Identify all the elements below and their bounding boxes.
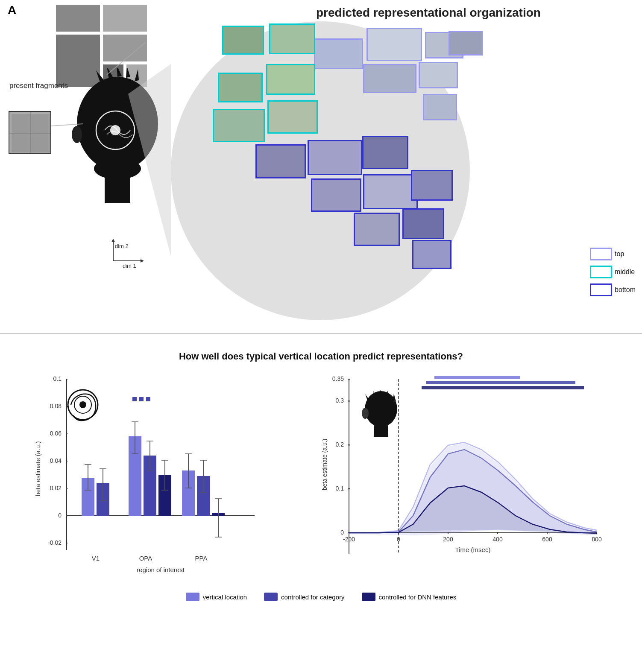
svg-text:dim 1: dim 1	[123, 263, 136, 269]
svg-text:200: 200	[443, 536, 454, 543]
svg-marker-27	[141, 259, 144, 263]
brain-silhouette	[66, 68, 173, 205]
svg-text:0.08: 0.08	[50, 403, 62, 409]
thumb-bot-9	[412, 240, 451, 269]
thumb-top-7	[423, 94, 457, 120]
thumb-bot-5	[363, 174, 418, 209]
dim-axes: dim 2 dim 1	[109, 235, 147, 271]
legend-bottom-box	[590, 283, 612, 296]
svg-text:0: 0	[397, 536, 400, 543]
svg-point-119	[362, 408, 369, 419]
legend-controlled-category: controlled for category	[264, 593, 344, 601]
svg-text:0.02: 0.02	[50, 485, 62, 491]
legend-vertical-location: vertical location	[186, 593, 247, 601]
legend-swatch-1	[186, 593, 199, 601]
legend-controlled-dnn: controlled for DNN features	[362, 593, 457, 601]
legend-row: vertical location controlled for categor…	[0, 593, 642, 605]
thumb-bot-1	[255, 144, 306, 178]
timeseries-svg: 0.35 0.3 0.2 0.1 0 beta estimate (a.u.)	[319, 371, 610, 584]
svg-rect-113	[374, 424, 388, 437]
thumb-mid-1	[218, 73, 263, 102]
legend-swatch-2	[264, 593, 278, 601]
svg-rect-110	[426, 381, 575, 384]
svg-marker-14	[107, 68, 113, 79]
svg-text:-0.02: -0.02	[48, 539, 62, 546]
svg-point-19	[110, 125, 120, 135]
thumb-top-2	[366, 28, 422, 61]
legend-area: top middle bottom	[590, 248, 636, 296]
legend-middle: middle	[590, 266, 636, 278]
svg-rect-109	[434, 376, 520, 379]
svg-text:0.1: 0.1	[53, 375, 62, 382]
svg-text:600: 600	[542, 536, 553, 543]
thumb-mid-5	[222, 26, 264, 55]
svg-text:0.06: 0.06	[50, 430, 62, 437]
svg-text:-200: -200	[343, 536, 355, 543]
svg-text:0: 0	[340, 529, 344, 536]
svg-text:0.35: 0.35	[332, 375, 344, 382]
legend-swatch-3	[362, 593, 375, 601]
svg-rect-0	[56, 4, 100, 32]
thumb-top-5	[363, 64, 416, 93]
svg-text:0.1: 0.1	[336, 485, 344, 492]
svg-text:OPA: OPA	[139, 555, 152, 562]
svg-text:Time (msec): Time (msec)	[455, 546, 491, 553]
panel-a: A present fragments	[0, 0, 642, 333]
svg-marker-25	[111, 239, 115, 242]
charts-row: 0.1 0.08 0.06 0.04 0.02 0 -0.02	[0, 371, 642, 584]
svg-text:0.04: 0.04	[50, 457, 62, 464]
fragments-label: present fragments	[9, 81, 68, 91]
svg-marker-16	[126, 68, 130, 78]
thumb-mid-4	[213, 109, 265, 142]
thumb-bot-7	[354, 213, 400, 246]
svg-text:800: 800	[592, 536, 602, 543]
svg-rect-2	[103, 34, 147, 62]
svg-text:400: 400	[493, 536, 503, 543]
thumb-mid-6	[269, 23, 315, 54]
legend-label-3: controlled for DNN features	[379, 593, 457, 601]
predicted-label: predicted representational organization	[316, 5, 541, 20]
svg-marker-13	[96, 70, 105, 83]
legend-bottom-text: bottom	[615, 286, 636, 294]
thumb-top-4	[449, 31, 483, 56]
svg-marker-17	[135, 69, 139, 81]
svg-point-12	[94, 158, 141, 179]
thumb-bot-4	[311, 178, 361, 212]
legend-bottom: bottom	[590, 283, 636, 296]
thumb-top-1	[314, 38, 363, 69]
svg-point-10	[77, 77, 158, 171]
bar-chart-svg: 0.1 0.08 0.06 0.04 0.02 0 -0.02	[32, 371, 280, 584]
thumb-mid-2	[266, 64, 315, 95]
timeseries-chart: 0.35 0.3 0.2 0.1 0 beta estimate (a.u.)	[319, 371, 610, 584]
svg-text:0.2: 0.2	[336, 441, 344, 448]
thumb-bot-3	[362, 136, 408, 169]
thumb-top-6	[419, 62, 458, 88]
thumb-bot-2	[308, 140, 362, 175]
svg-marker-15	[117, 68, 122, 77]
fragment-image	[9, 111, 51, 154]
panel-a-label: A	[8, 3, 16, 17]
bar-chart: 0.1 0.08 0.06 0.04 0.02 0 -0.02	[32, 371, 280, 584]
panel-b: B How well does typical vertical locatio…	[0, 334, 642, 672]
svg-rect-65	[146, 397, 150, 401]
legend-label-1: vertical location	[203, 593, 247, 601]
legend-top-box	[590, 248, 612, 260]
legend-top-text: top	[615, 250, 624, 258]
svg-text:V1: V1	[92, 555, 100, 562]
panel-b-title: How well does typical vertical location …	[0, 338, 642, 362]
svg-text:0: 0	[58, 512, 62, 519]
svg-rect-1	[103, 4, 147, 32]
legend-middle-box	[590, 266, 612, 278]
svg-text:0.3: 0.3	[336, 397, 344, 404]
svg-rect-63	[132, 397, 137, 401]
legend-top: top	[590, 248, 636, 260]
legend-middle-text: middle	[615, 268, 635, 276]
thumb-bot-8	[402, 208, 444, 239]
thumb-bot-6	[411, 170, 453, 201]
svg-text:dim 2: dim 2	[115, 243, 129, 249]
legend-label-2: controlled for category	[281, 593, 344, 601]
svg-text:PPA: PPA	[195, 555, 207, 562]
svg-rect-111	[422, 386, 584, 389]
svg-point-80	[79, 401, 86, 408]
svg-text:beta estimate (a.u.): beta estimate (a.u.)	[321, 439, 328, 491]
